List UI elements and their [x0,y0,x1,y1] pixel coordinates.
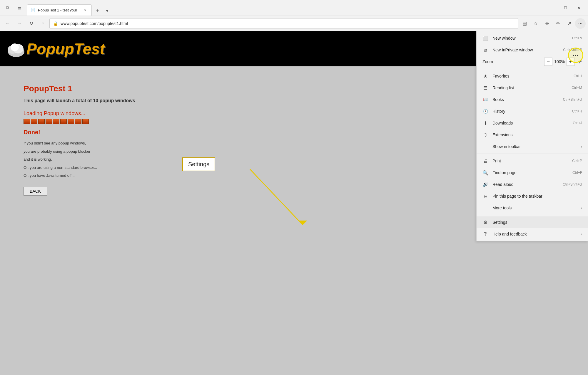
help-icon: ? [482,231,488,237]
home-btn[interactable]: ⌂ [38,18,48,29]
menu-divider-2 [477,154,588,154]
lock-icon: 🔒 [53,21,58,26]
menu-item-history-label: History [492,109,567,114]
progress-segment [46,119,52,124]
progress-segment [31,119,37,124]
logo-cloud-icon [6,38,26,59]
menu-item-downloads-label: Downloads [492,121,568,125]
progress-segment [38,119,45,124]
vertical-tabs-btn[interactable]: ▤ [14,3,25,13]
menu-item-favorites[interactable]: ★ Favorites Ctrl+I [477,70,588,82]
menu-item-new-window[interactable]: ⬜ New window Ctrl+N [477,32,588,44]
menu-divider-1 [477,69,588,69]
menu-item-settings[interactable]: ⚙ Settings [477,216,588,228]
menu-item-pin[interactable]: ⊟ Pin this page to the taskbar [477,190,588,202]
menu-item-help-label: Help and feedback [492,232,578,236]
menu-item-reading-list[interactable]: ☰ Reading list Ctrl+M [477,82,588,94]
three-dots-btn[interactable]: ··· [575,18,586,29]
progress-segment [53,119,59,124]
zoom-label: Zoom [482,59,543,64]
menu-item-more-tools[interactable]: More tools › [477,202,588,214]
more-tools-arrow: › [581,206,582,210]
back-button[interactable]: BACK [24,187,47,196]
collections-btn[interactable]: ⊕ [542,18,552,29]
refresh-btn[interactable]: ↻ [26,18,36,29]
reading-list-icon: ☰ [482,85,488,91]
menu-item-history[interactable]: 🕐 History Ctrl+H [477,105,588,117]
close-btn[interactable]: ✕ [572,3,586,13]
help-arrow: › [581,232,582,236]
menu-item-pin-label: Pin this page to the taskbar [492,194,582,199]
menu-item-favorites-label: Favorites [492,74,569,78]
menu-item-print-label: Print [492,159,567,163]
tab-close-btn[interactable]: × [83,8,88,13]
active-tab[interactable]: 📄 PopupTest 1 - test your × [27,4,92,16]
menu-item-print[interactable]: 🖨 Print Ctrl+P [477,155,588,167]
pen-btn[interactable]: ✏ [553,18,563,29]
tab-list-btn[interactable]: ▾ [102,6,112,16]
dropdown-menu: ⬜ New window Ctrl+N ▧ New InPrivate wind… [476,31,588,241]
tab-switch-btn[interactable]: ⧉ [2,3,13,13]
menu-item-more-tools-label: More tools [492,206,578,210]
svg-marker-5 [298,221,307,225]
settings-icon: ⚙ [482,219,488,225]
menu-item-downloads[interactable]: ⬇ Downloads Ctrl+J [477,117,588,129]
window-controls-left: ⧉ ▤ [2,3,25,13]
new-window-icon: ⬜ [482,35,488,41]
menu-item-reading-list-label: Reading list [492,85,567,90]
settings-callout: Settings [182,157,215,171]
print-icon: 🖨 [482,158,488,164]
address-text: www.popuptest.com/popuptest1.html [61,21,514,26]
highlight-circle: ··· [568,48,583,63]
toolbar-right: ▤ ☆ ⊕ ✏ ↗ ··· [519,18,586,29]
menu-item-books[interactable]: 📖 Books Ctrl+Shift+U [477,94,588,105]
share-btn[interactable]: ↗ [564,18,574,29]
menu-item-favorites-shortcut: Ctrl+I [574,74,582,78]
zoom-minus-btn[interactable]: − [544,58,552,66]
menu-item-reading-list-shortcut: Ctrl+M [572,86,582,90]
maximize-btn[interactable]: ☐ [559,3,572,13]
title-bar: ⧉ ▤ 📄 PopupTest 1 - test your × + ▾ — ☐ … [0,0,588,16]
menu-item-inprivate-label: New InPrivate window [492,48,558,52]
read-aloud-icon: 🔊 [482,181,488,187]
menu-item-help[interactable]: ? Help and feedback › [477,228,588,240]
forward-btn[interactable]: → [14,18,25,29]
svg-point-3 [11,43,19,51]
menu-item-new-window-shortcut: Ctrl+N [572,36,582,40]
tab-bar: 📄 PopupTest 1 - test your × + ▾ [27,0,543,16]
menu-item-extensions[interactable]: ⬡ Extensions [477,129,588,141]
nav-bar: ← → ↻ ⌂ 🔒 www.popuptest.com/popuptest1.h… [0,16,588,31]
favorites-btn[interactable]: ☆ [530,18,541,29]
back-btn[interactable]: ← [2,18,13,29]
menu-item-print-shortcut: Ctrl+P [572,159,582,163]
tab-favicon: 📄 [31,8,36,13]
extensions-icon: ⬡ [482,132,488,138]
pin-icon: ⊟ [482,193,488,199]
menu-item-find-shortcut: Ctrl+F [572,171,582,175]
menu-item-find-label: Find on page [492,170,568,175]
menu-item-history-shortcut: Ctrl+H [572,109,582,113]
show-toolbar-icon [482,144,488,149]
menu-item-read-aloud[interactable]: 🔊 Read aloud Ctrl+Shift+G [477,179,588,190]
menu-item-new-window-label: New window [492,36,567,41]
progress-segment [60,119,67,124]
browser-content: PopupTest PopupTest 1 This page will lau… [0,31,588,375]
menu-item-read-aloud-shortcut: Ctrl+Shift+G [563,182,582,186]
minimize-btn[interactable]: — [545,3,559,13]
menu-item-show-toolbar[interactable]: Show in toolbar › [477,141,588,152]
downloads-icon: ⬇ [482,120,488,126]
reading-view-btn[interactable]: ▤ [519,18,530,29]
menu-item-show-toolbar-label: Show in toolbar [492,144,578,149]
menu-item-find[interactable]: 🔍 Find on page Ctrl+F [477,167,588,179]
find-icon: 🔍 [482,170,488,176]
highlight-dots: ··· [573,52,579,59]
address-bar[interactable]: 🔒 www.popuptest.com/popuptest1.html [49,18,518,29]
inprivate-icon: ▧ [482,47,488,53]
history-icon: 🕐 [482,108,488,114]
new-tab-btn[interactable]: + [93,6,102,16]
menu-item-downloads-shortcut: Ctrl+J [573,121,582,125]
favorites-icon: ★ [482,73,488,79]
menu-item-books-shortcut: Ctrl+Shift+U [563,97,582,102]
browser-window: ⧉ ▤ 📄 PopupTest 1 - test your × + ▾ — ☐ … [0,0,588,375]
books-icon: 📖 [482,97,488,102]
